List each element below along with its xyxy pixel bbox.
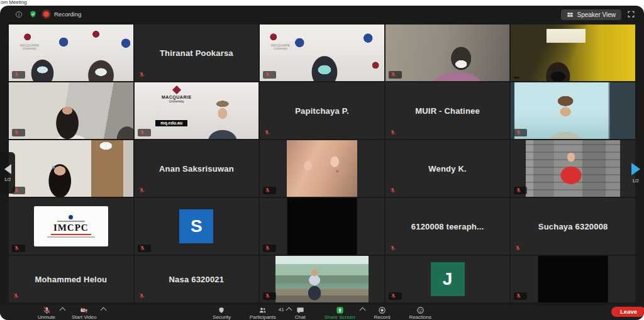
video-tile-24[interactable]: J bbox=[386, 256, 510, 302]
video-feed bbox=[511, 140, 635, 197]
name-tag bbox=[389, 292, 402, 300]
share-screen-button[interactable]: Share Screen bbox=[325, 306, 355, 320]
muted-mic-icon bbox=[515, 245, 521, 251]
fullscreen-button[interactable] bbox=[627, 10, 635, 20]
name-tag bbox=[390, 130, 396, 135]
muted-mic-icon bbox=[14, 72, 19, 77]
profile-photo bbox=[275, 256, 369, 302]
next-page-button[interactable]: 1/2 bbox=[627, 152, 644, 194]
os-titlebar: om Meeting bbox=[0, 0, 644, 6]
black-video-feed bbox=[287, 198, 357, 255]
video-tile-16[interactable]: IMCPC bbox=[9, 198, 133, 255]
video-tile-22[interactable]: Nasa 6320021 bbox=[135, 256, 259, 302]
video-tile-8[interactable]: Papitchaya P. bbox=[260, 82, 384, 139]
video-tile-7[interactable]: MACQUARIEUniversitymq.edu.au bbox=[135, 82, 259, 139]
chevron-up-icon[interactable] bbox=[286, 307, 292, 314]
video-tile-21[interactable]: Mohammed Helou bbox=[9, 256, 133, 302]
muted-mic-icon bbox=[390, 187, 396, 193]
participant-name-centered: Thiranat Pookarsa bbox=[135, 25, 259, 81]
video-feed bbox=[511, 25, 635, 81]
muted-mic-icon bbox=[140, 245, 145, 251]
video-tile-6[interactable] bbox=[9, 82, 133, 139]
video-tile-23[interactable] bbox=[260, 256, 384, 302]
muted-mic-icon bbox=[14, 130, 19, 135]
chevron-up-icon[interactable] bbox=[101, 307, 107, 314]
name-tag bbox=[263, 245, 276, 252]
video-tile-19[interactable]: 6120008 teeraph... bbox=[386, 198, 510, 255]
video-feed: MACQUARIE University bbox=[9, 25, 133, 81]
meeting-info-icon[interactable] bbox=[15, 11, 23, 18]
video-tile-5[interactable] bbox=[511, 25, 635, 81]
name-tag bbox=[138, 245, 151, 252]
name-tag bbox=[514, 292, 527, 300]
backdrop-logo-text: MACQUARIE University bbox=[267, 44, 294, 51]
security-shield-icon bbox=[218, 306, 226, 314]
video-tile-10[interactable] bbox=[511, 82, 635, 139]
logo-emblem-icon bbox=[69, 215, 73, 219]
encryption-shield-icon[interactable] bbox=[29, 10, 37, 18]
avatar: S bbox=[135, 198, 259, 255]
video-off-icon bbox=[79, 306, 89, 314]
muted-mic-icon bbox=[13, 293, 19, 299]
leave-button[interactable]: Leave bbox=[611, 307, 644, 317]
muted-mic-icon bbox=[139, 187, 145, 193]
muted-mic-icon bbox=[265, 72, 270, 77]
chat-button[interactable]: Chat bbox=[295, 306, 306, 320]
toolbar-center-group: Security Participants 41 Chat Share Scre… bbox=[213, 306, 431, 320]
share-screen-icon bbox=[336, 306, 344, 314]
university-url-sign: mq.edu.au bbox=[155, 120, 187, 126]
previous-page-button[interactable]: 1/2 bbox=[0, 152, 15, 194]
participant-name-centered: 6120008 teeraph... bbox=[386, 198, 510, 255]
unmute-button[interactable]: Unmute bbox=[38, 306, 55, 320]
name-tag bbox=[515, 245, 521, 251]
security-button[interactable]: Security bbox=[213, 306, 231, 320]
black-video-feed bbox=[538, 256, 608, 302]
video-tile-13[interactable] bbox=[260, 140, 384, 197]
university-logo-icon bbox=[172, 86, 181, 94]
video-tile-20[interactable]: Suchaya 6320008 bbox=[511, 198, 635, 255]
record-button[interactable]: Record bbox=[374, 306, 391, 320]
name-tag bbox=[514, 187, 527, 194]
chevron-up-icon[interactable] bbox=[359, 307, 365, 314]
chevron-up-icon[interactable] bbox=[60, 307, 66, 314]
toolbar-label: Participants bbox=[250, 314, 276, 320]
start-video-button[interactable]: Start Video bbox=[72, 306, 96, 320]
video-tile-3[interactable]: MACQUARIE University bbox=[260, 25, 384, 81]
video-tile-2[interactable]: Thiranat Pookarsa bbox=[135, 25, 259, 81]
muted-mic-icon bbox=[516, 187, 521, 193]
video-tile-15[interactable] bbox=[511, 140, 635, 197]
muted-mic-icon bbox=[265, 245, 270, 251]
participant-name-centered: Nasa 6320021 bbox=[135, 256, 259, 302]
video-tile-9[interactable]: MUIR - Chatinee bbox=[386, 82, 510, 139]
toolbar-label: Security bbox=[213, 314, 231, 320]
video-tile-12[interactable]: Anan Saksrisuwan bbox=[135, 140, 259, 197]
video-tile-11[interactable] bbox=[9, 140, 133, 197]
top-right-controls: Speaker View bbox=[561, 9, 635, 20]
participants-button[interactable]: Participants 41 bbox=[250, 306, 276, 320]
speaker-view-button[interactable]: Speaker View bbox=[561, 9, 621, 20]
gallery-grid-icon bbox=[567, 11, 574, 18]
video-feed bbox=[386, 25, 510, 81]
muted-mic-icon bbox=[14, 245, 19, 251]
video-tile-4[interactable] bbox=[386, 25, 510, 81]
toolbar-label: Start Video bbox=[72, 314, 96, 320]
video-tile-18[interactable] bbox=[260, 198, 384, 255]
reactions-button[interactable]: Reactions bbox=[409, 306, 431, 320]
name-tag bbox=[390, 187, 396, 193]
participant-name-centered: Suchaya 6320008 bbox=[511, 198, 635, 255]
video-feed bbox=[260, 140, 384, 197]
video-tile-14[interactable]: Wendy K. bbox=[386, 140, 510, 197]
gallery-stage: MACQUARIE University Thiranat Pookarsa M… bbox=[0, 25, 644, 305]
avatar: J bbox=[386, 256, 510, 302]
video-tile-25[interactable] bbox=[511, 256, 635, 302]
top-left-indicators: Recording bbox=[15, 10, 81, 18]
name-tag bbox=[389, 71, 402, 79]
muted-mic-icon bbox=[390, 130, 396, 135]
video-tile-1[interactable]: MACQUARIE University bbox=[9, 25, 133, 81]
profile-photo bbox=[287, 140, 357, 197]
video-feed bbox=[260, 198, 384, 255]
name-tag bbox=[12, 71, 25, 79]
video-feed bbox=[511, 256, 635, 302]
video-tile-17[interactable]: S bbox=[135, 198, 259, 255]
chat-icon bbox=[296, 306, 304, 314]
